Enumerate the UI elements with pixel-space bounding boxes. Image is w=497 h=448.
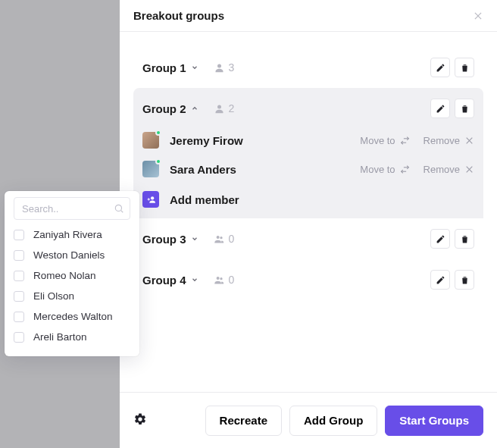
settings-button[interactable] [133, 412, 147, 428]
move-to-button[interactable]: Move to [360, 164, 409, 175]
svg-point-17 [115, 205, 121, 211]
option-label: Mercedes Walton [33, 311, 113, 322]
x-icon [464, 136, 474, 146]
member-count-value: 0 [229, 274, 235, 286]
group-name: Group 2 [142, 102, 186, 115]
trash-icon [460, 63, 470, 73]
option-label: Weston Daniels [33, 249, 105, 261]
search-icon [114, 203, 124, 214]
group-toggle[interactable]: Group 2 [142, 102, 198, 115]
add-member-button[interactable]: Add member [142, 183, 474, 218]
edit-button[interactable] [430, 270, 450, 290]
people-option[interactable]: Zaniyah Rivera [14, 224, 130, 245]
person-icon [214, 62, 225, 74]
chevron-down-icon [191, 64, 198, 71]
start-groups-button[interactable]: Start Groups [385, 406, 483, 436]
delete-button[interactable] [455, 99, 474, 118]
member-count: 2 [214, 102, 235, 114]
option-label: Eli Olson [33, 290, 74, 302]
group-toggle[interactable]: Group 3 [142, 233, 198, 246]
breakout-panel: Breakout groups Group 1 [120, 0, 497, 448]
people-option[interactable]: Romeo Nolan [14, 265, 130, 286]
checkbox[interactable] [14, 271, 24, 281]
x-icon [464, 164, 474, 174]
delete-button[interactable] [455, 229, 474, 249]
option-label: Zaniyah Rivera [33, 229, 102, 240]
group-name: Group 1 [142, 61, 186, 74]
checkbox[interactable] [14, 250, 24, 261]
move-to-button[interactable]: Move to [360, 135, 409, 146]
group-row: Group 1 3 [133, 47, 483, 88]
group-toggle[interactable]: Group 4 [142, 274, 198, 287]
search-wrap [14, 197, 130, 220]
pencil-icon [436, 63, 445, 73]
svg-point-15 [216, 277, 219, 280]
delete-button[interactable] [455, 58, 474, 77]
member-name: Sara Anders [170, 163, 236, 176]
people-option[interactable]: Weston Daniels [14, 245, 130, 265]
person-icon [214, 103, 225, 114]
group-name: Group 3 [142, 233, 186, 246]
people-option[interactable]: Eli Olson [14, 286, 130, 306]
svg-line-18 [121, 211, 123, 213]
member-list: Jeremy Firow Move to Remove [142, 126, 474, 218]
member-row: Sara Anders Move to Remove [142, 155, 474, 183]
close-icon[interactable] [473, 11, 483, 21]
people-option[interactable]: Mercedes Walton [14, 306, 130, 327]
member-row: Jeremy Firow Move to Remove [142, 126, 474, 155]
presence-dot [155, 158, 161, 164]
member-actions: Move to Remove [360, 164, 474, 175]
member-count-value: 2 [229, 102, 235, 114]
svg-point-14 [220, 237, 222, 239]
add-group-button[interactable]: Add Group [289, 406, 377, 436]
swap-icon [400, 164, 410, 174]
checkbox[interactable] [14, 291, 24, 302]
add-member-icon [142, 191, 159, 208]
people-icon [214, 274, 225, 286]
edit-button[interactable] [430, 229, 450, 249]
edit-button[interactable] [430, 58, 450, 77]
checkbox[interactable] [14, 230, 24, 240]
remove-button[interactable]: Remove [424, 135, 474, 146]
pencil-icon [436, 104, 445, 114]
search-input[interactable] [14, 197, 130, 220]
group-row: Group 4 0 [133, 259, 483, 300]
chevron-down-icon [191, 235, 198, 243]
member-count: 3 [214, 61, 235, 74]
member-count: 0 [214, 274, 235, 286]
group-actions [430, 229, 474, 249]
recreate-button[interactable]: Recreate [205, 406, 282, 436]
move-to-label: Move to [360, 164, 395, 175]
add-member-label: Add member [170, 193, 239, 206]
member-name: Jeremy Firow [170, 134, 243, 147]
remove-label: Remove [424, 164, 460, 175]
pencil-icon [436, 234, 445, 244]
checkbox[interactable] [14, 332, 24, 343]
panel-footer: Recreate Add Group Start Groups [120, 392, 497, 448]
remove-button[interactable]: Remove [424, 164, 474, 175]
group-name: Group 4 [142, 274, 186, 287]
chevron-down-icon [191, 276, 198, 284]
checkbox[interactable] [14, 312, 24, 322]
group-actions [430, 58, 474, 77]
footer-buttons: Recreate Add Group Start Groups [205, 406, 483, 436]
member-count: 0 [214, 233, 235, 245]
edit-button[interactable] [430, 99, 450, 118]
member-count-value: 0 [229, 233, 235, 245]
chevron-up-icon [191, 105, 198, 112]
group-toggle[interactable]: Group 1 [142, 61, 198, 74]
trash-icon [460, 234, 470, 244]
group-actions [430, 99, 474, 118]
group-actions [430, 270, 474, 290]
people-option[interactable]: Areli Barton [14, 327, 130, 347]
people-picker-popover: Zaniyah Rivera Weston Daniels Romeo Nola… [5, 191, 139, 356]
svg-point-2 [217, 64, 221, 67]
gear-icon [133, 412, 147, 426]
viewport: Breakout groups Group 1 [0, 0, 497, 448]
move-to-label: Move to [360, 135, 395, 146]
swap-icon [400, 136, 410, 146]
delete-button[interactable] [455, 270, 474, 290]
group-row: Group 3 0 [133, 218, 483, 259]
member-count-value: 3 [229, 61, 235, 74]
presence-dot [155, 130, 161, 136]
